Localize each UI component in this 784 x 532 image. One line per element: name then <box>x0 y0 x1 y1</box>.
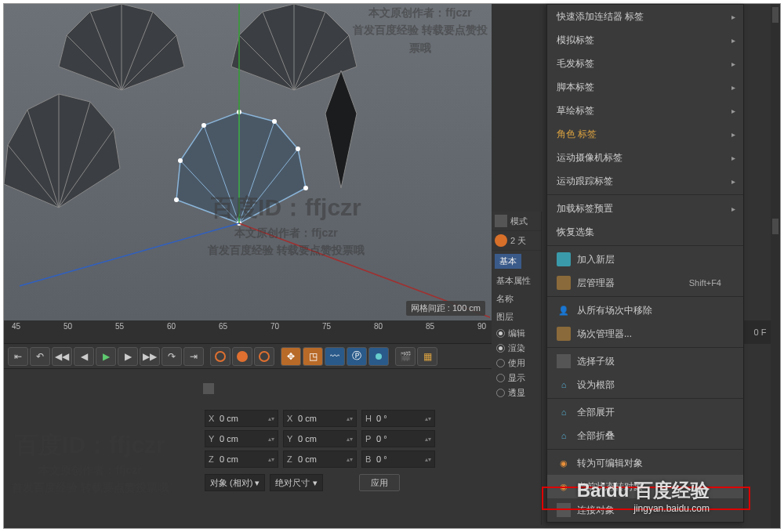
render-button[interactable]: ▦ <box>417 347 437 366</box>
context-menu-item[interactable]: 脚本标签▸ <box>547 75 743 99</box>
grid-spacing-label: 网格间距 : 100 cm <box>406 301 485 316</box>
context-menu-item[interactable]: 草绘标签▸ <box>547 99 743 122</box>
timeline-ruler[interactable]: 45505560657075808590 <box>4 320 542 344</box>
point-button[interactable] <box>368 347 389 366</box>
fcurve-button[interactable]: 〰 <box>325 347 345 366</box>
mode-label: 模式 <box>510 215 528 227</box>
menu-item-icon <box>557 252 571 266</box>
svg-line-30 <box>20 223 239 286</box>
key-options-button[interactable] <box>254 347 274 366</box>
menu-item-icon: ⌂ <box>557 378 571 392</box>
panel-handle-icon[interactable] <box>203 383 214 394</box>
step-fwd-button[interactable]: ▶ <box>118 347 138 366</box>
context-menu-item[interactable]: 加载标签预置▸ <box>547 197 743 220</box>
sound-button[interactable]: 🎬 <box>395 347 416 366</box>
context-menu-item[interactable]: ⌂设为根部 <box>547 373 743 396</box>
coord-rot-input[interactable]: B0 °▴▾ <box>361 451 435 468</box>
basic-tab[interactable]: 基本 <box>495 254 521 269</box>
context-menu-item[interactable]: 运动摄像机标签▸ <box>547 146 743 169</box>
visibility-radio[interactable]: 透显 <box>492 385 541 400</box>
context-menu-item[interactable]: 恢复选集 <box>547 220 743 244</box>
axis-gizmo <box>4 4 492 320</box>
viewport-3d[interactable]: 网格间距 : 100 cm 百度ID：ffjczr 本文原创作者：ffjczr … <box>4 4 492 320</box>
object-count: 2 天 <box>510 235 526 247</box>
grid-icon <box>495 215 507 227</box>
timeline-tick: 60 <box>167 322 176 331</box>
menu-item-icon: ◉ <box>557 456 571 470</box>
coord-size-dropdown[interactable]: 绝对尺寸 ▾ <box>270 474 322 491</box>
next-frame-button[interactable]: ▶▶ <box>140 347 160 366</box>
context-menu-item[interactable]: 快速添加连结器 标签▸ <box>547 5 743 28</box>
context-menu-item[interactable]: 毛发标签▸ <box>547 52 743 75</box>
timeline-tick: 85 <box>426 322 434 331</box>
coordinate-panel: X0 cm▴▾X0 cm▴▾H0 °▴▾Y0 cm▴▾Y0 cm▴▾P0 °▴▾… <box>4 369 542 526</box>
timeline-tick: 65 <box>219 322 227 331</box>
menu-item-icon: ⌂ <box>557 429 571 443</box>
context-menu-item[interactable]: ⌂全部折叠 <box>547 424 743 447</box>
menu-item-icon: ⌂ <box>557 405 571 419</box>
side-scroll-handle[interactable] <box>771 4 780 528</box>
timeline-tick: 75 <box>322 322 331 331</box>
menu-item-icon <box>557 276 571 290</box>
param-button[interactable]: Ⓟ <box>347 347 367 366</box>
context-menu-item[interactable]: 选择子级 <box>547 349 743 373</box>
name-field-label: 名称 <box>492 290 541 308</box>
timeline-tick: 55 <box>115 322 124 331</box>
coord-mode-dropdown[interactable]: 对象 (相对) ▾ <box>205 474 265 491</box>
menu-item-icon <box>557 354 571 368</box>
apply-button[interactable]: 应用 <box>359 474 400 491</box>
coord-size-input[interactable]: X0 cm▴▾ <box>283 410 357 427</box>
context-menu: 快速添加连结器 标签▸模拟标签▸毛发标签▸脚本标签▸草绘标签▸角色 标签▸运动摄… <box>546 4 744 523</box>
context-menu-item[interactable]: 加入新层 <box>547 248 743 271</box>
context-menu-item[interactable]: 连接对象 <box>547 498 743 522</box>
context-menu-item[interactable]: 👤从所有场次中移除 <box>547 299 743 322</box>
visibility-radio[interactable]: 使用 <box>492 356 541 371</box>
menu-item-icon: ◉ <box>557 480 571 494</box>
context-menu-item[interactable]: 运动跟踪标签▸ <box>547 169 743 193</box>
record-button[interactable] <box>210 347 230 366</box>
goto-start-button[interactable]: ⇤ <box>8 347 28 366</box>
timeline-tick: 70 <box>270 322 279 331</box>
menu-item-icon <box>557 327 571 341</box>
coord-x-input[interactable]: X0 cm▴▾ <box>205 410 278 427</box>
visibility-radio[interactable]: 显示 <box>492 371 541 385</box>
context-menu-item[interactable]: ◉当前状态转对象 <box>547 475 743 498</box>
attribute-panel: 模式 2 天 基本 基本属性 名称 图层 编辑渲染使用显示透显 <box>492 212 542 525</box>
menu-item-icon: 👤 <box>557 303 571 317</box>
prev-frame-button[interactable]: ◀◀ <box>52 347 72 366</box>
context-menu-item[interactable]: ⌂全部展开 <box>547 400 743 424</box>
context-menu-item[interactable]: ◉转为可编辑对象 <box>547 451 743 475</box>
scale-tool-button[interactable]: ◳ <box>303 347 323 366</box>
autokey-button[interactable] <box>232 347 252 366</box>
prev-key-button[interactable]: ↶ <box>30 347 50 366</box>
timeline-tick: 50 <box>64 322 72 331</box>
playback-toolbar: ⇤ ↶ ◀◀ ◀ ▶ ▶ ▶▶ ↷ ⇥ ✥ ◳ 〰 Ⓟ 🎬 ▦ <box>4 344 542 369</box>
timeline-tick: 80 <box>374 322 383 331</box>
timeline-tick: 90 <box>477 322 486 331</box>
coord-x-input[interactable]: Z0 cm▴▾ <box>205 451 278 468</box>
play-button[interactable]: ▶ <box>96 347 116 366</box>
goto-end-button[interactable]: ⇥ <box>183 347 204 366</box>
step-back-button[interactable]: ◀ <box>74 347 94 366</box>
layer-field-label: 图层 <box>492 308 541 326</box>
object-icon <box>495 234 507 247</box>
move-tool-button[interactable]: ✥ <box>281 347 301 366</box>
basic-attr-heading: 基本属性 <box>492 272 541 290</box>
visibility-radio[interactable]: 编辑 <box>492 326 541 341</box>
coord-size-input[interactable]: Y0 cm▴▾ <box>283 430 357 447</box>
context-menu-item[interactable]: 场次管理器... <box>547 322 743 346</box>
coord-rot-input[interactable]: P0 °▴▾ <box>361 430 435 447</box>
context-menu-item[interactable]: 模拟标签▸ <box>547 28 743 52</box>
context-menu-item[interactable]: 角色 标签▸ <box>547 122 743 146</box>
coord-rot-input[interactable]: H0 °▴▾ <box>361 410 435 427</box>
coord-size-input[interactable]: Z0 cm▴▾ <box>283 451 357 468</box>
context-menu-item[interactable]: 层管理器Shift+F4 <box>547 271 743 295</box>
timeline-tick: 45 <box>12 322 20 331</box>
coord-x-input[interactable]: Y0 cm▴▾ <box>205 430 278 447</box>
menu-item-icon <box>557 503 571 517</box>
visibility-radio[interactable]: 渲染 <box>492 341 541 356</box>
next-key-button[interactable]: ↷ <box>162 347 182 366</box>
